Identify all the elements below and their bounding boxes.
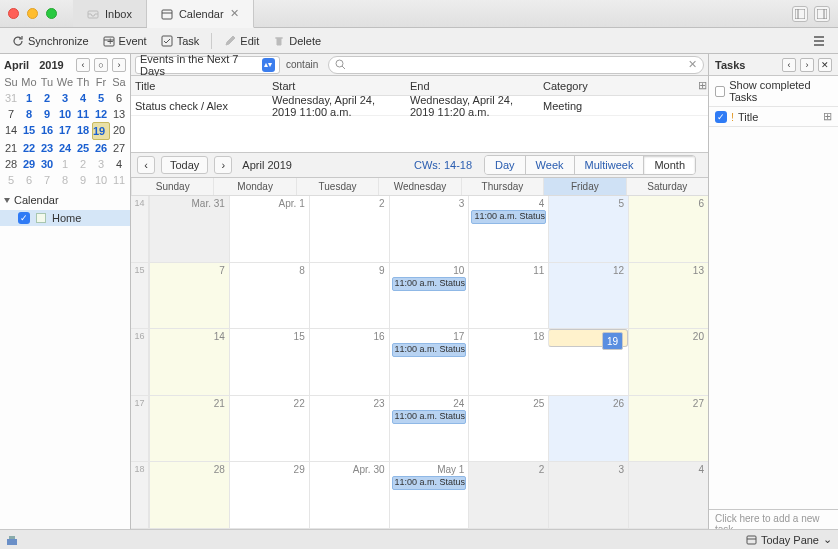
day-cell[interactable]: May 111:00 a.m. Status ... [389, 462, 469, 528]
minical-day[interactable]: 1 [20, 90, 38, 106]
day-cell[interactable]: 11 [468, 263, 548, 329]
minical-day[interactable]: 30 [38, 156, 56, 172]
view-multiweek[interactable]: Multiweek [574, 156, 644, 174]
minical-day[interactable]: 25 [74, 140, 92, 156]
minical-prev-button[interactable]: ‹ [76, 58, 90, 72]
minical-day[interactable]: 3 [92, 156, 110, 172]
panel-toggle-right-icon[interactable] [814, 6, 830, 22]
minical-day[interactable]: 19 [92, 122, 110, 140]
calendar-event[interactable]: 11:00 a.m. Status ... [471, 210, 546, 224]
day-cell[interactable]: 20 [628, 329, 708, 395]
new-event-button[interactable]: +Event [97, 32, 153, 50]
panel-toggle-left-icon[interactable] [792, 6, 808, 22]
minical-day[interactable]: 9 [74, 172, 92, 188]
day-cell[interactable]: 4 [628, 462, 708, 528]
minical-day[interactable]: 26 [92, 140, 110, 156]
tab-close-icon[interactable]: ✕ [230, 7, 239, 20]
day-cell[interactable]: 29 [229, 462, 309, 528]
day-cell[interactable]: 9 [309, 263, 389, 329]
minical-day[interactable]: 14 [2, 122, 20, 140]
minical-day[interactable]: 5 [2, 172, 20, 188]
day-cell[interactable]: 14 [149, 329, 229, 395]
minical-day[interactable]: 20 [110, 122, 128, 140]
minical-next-button[interactable]: › [112, 58, 126, 72]
minical-day[interactable]: 10 [56, 106, 74, 122]
search-field[interactable]: ✕ [328, 56, 704, 74]
tab-calendar[interactable]: Calendar ✕ [147, 0, 254, 28]
minical-day[interactable]: 6 [20, 172, 38, 188]
synchronize-button[interactable]: Synchronize [6, 32, 95, 50]
minical-day[interactable]: 7 [38, 172, 56, 188]
day-cell[interactable]: Apr. 30 [309, 462, 389, 528]
minical-day[interactable]: 4 [110, 156, 128, 172]
day-cell[interactable]: 1711:00 a.m. Status ... [389, 329, 469, 395]
minical-day[interactable]: 16 [38, 122, 56, 140]
minical-day[interactable]: 6 [110, 90, 128, 106]
day-cell[interactable]: 1011:00 a.m. Status ... [389, 263, 469, 329]
show-completed-toggle[interactable]: Show completed Tasks [709, 76, 838, 107]
minical-day[interactable]: 10 [92, 172, 110, 188]
show-completed-checkbox[interactable] [715, 86, 725, 97]
minical-day[interactable]: 8 [20, 106, 38, 122]
tasks-col-title[interactable]: Title [738, 111, 758, 123]
app-menu-icon[interactable] [812, 34, 832, 48]
mini-calendar[interactable]: SuMoTuWeThFrSa31123456789101112131415161… [0, 74, 130, 188]
day-cell[interactable]: 15 [229, 329, 309, 395]
day-cell[interactable]: 3 [389, 196, 469, 262]
minical-day[interactable]: 17 [56, 122, 74, 140]
view-week[interactable]: Week [525, 156, 574, 174]
calendar-event[interactable]: 11:00 a.m. Status ... [392, 476, 467, 490]
minical-day[interactable]: 4 [74, 90, 92, 106]
filter-scope-select[interactable]: Events in the Next 7 Days ▴▾ [135, 56, 280, 74]
new-task-button[interactable]: Task [155, 32, 206, 50]
minical-day[interactable]: 11 [110, 172, 128, 188]
day-cell[interactable]: 5 [548, 196, 628, 262]
event-list-row[interactable]: Status check / AlexWednesday, April 24, … [131, 96, 708, 116]
minical-day[interactable]: 7 [2, 106, 20, 122]
filter-operator-select[interactable]: contain [280, 59, 324, 70]
clear-search-icon[interactable]: ✕ [688, 58, 697, 71]
calendar-item-home[interactable]: ✓ Home [0, 210, 130, 226]
day-cell[interactable]: 27 [628, 396, 708, 462]
cal-prev-button[interactable]: ‹ [137, 156, 155, 174]
day-cell[interactable]: 16 [309, 329, 389, 395]
day-cell[interactable]: 23 [309, 396, 389, 462]
view-month[interactable]: Month [643, 156, 695, 174]
tasks-done-col-icon[interactable]: ✓ [715, 111, 727, 123]
minical-day[interactable]: 2 [38, 90, 56, 106]
day-cell[interactable]: 26 [548, 396, 628, 462]
minical-day[interactable]: 11 [74, 106, 92, 122]
day-cell[interactable]: 411:00 a.m. Status ... [468, 196, 548, 262]
col-title[interactable]: Title [131, 80, 268, 92]
day-cell[interactable]: 13 [628, 263, 708, 329]
minical-day[interactable]: 8 [56, 172, 74, 188]
calendars-section-header[interactable]: Calendar [0, 188, 130, 210]
day-cell[interactable]: 3 [548, 462, 628, 528]
column-config-icon[interactable]: ⊞ [694, 79, 708, 92]
minical-day[interactable]: 9 [38, 106, 56, 122]
minical-day[interactable]: 12 [92, 106, 110, 122]
day-cell[interactable]: Mar. 31 [149, 196, 229, 262]
minical-day[interactable]: 23 [38, 140, 56, 156]
day-cell[interactable]: 2 [468, 462, 548, 528]
minical-day[interactable]: 18 [74, 122, 92, 140]
minical-day[interactable]: 27 [110, 140, 128, 156]
minical-day[interactable]: 21 [2, 140, 20, 156]
col-category[interactable]: Category [539, 80, 694, 92]
day-cell[interactable]: 6 [628, 196, 708, 262]
day-cell[interactable]: 18 [468, 329, 548, 395]
window-zoom-dot[interactable] [46, 8, 57, 19]
calendar-event[interactable]: 11:00 a.m. Status ... [392, 277, 467, 291]
day-cell[interactable]: 8 [229, 263, 309, 329]
window-minimize-dot[interactable] [27, 8, 38, 19]
window-close-dot[interactable] [8, 8, 19, 19]
search-input[interactable] [350, 59, 684, 70]
day-cell[interactable]: 7 [149, 263, 229, 329]
minical-today-button[interactable]: ○ [94, 58, 108, 72]
today-pane-toggle[interactable]: Today Pane ⌄ [746, 533, 832, 546]
minical-day[interactable]: 24 [56, 140, 74, 156]
minical-day[interactable]: 1 [56, 156, 74, 172]
calendar-event[interactable]: 11:00 a.m. Status ... [392, 343, 467, 357]
minical-day[interactable]: 29 [20, 156, 38, 172]
day-cell[interactable]: 21 [149, 396, 229, 462]
